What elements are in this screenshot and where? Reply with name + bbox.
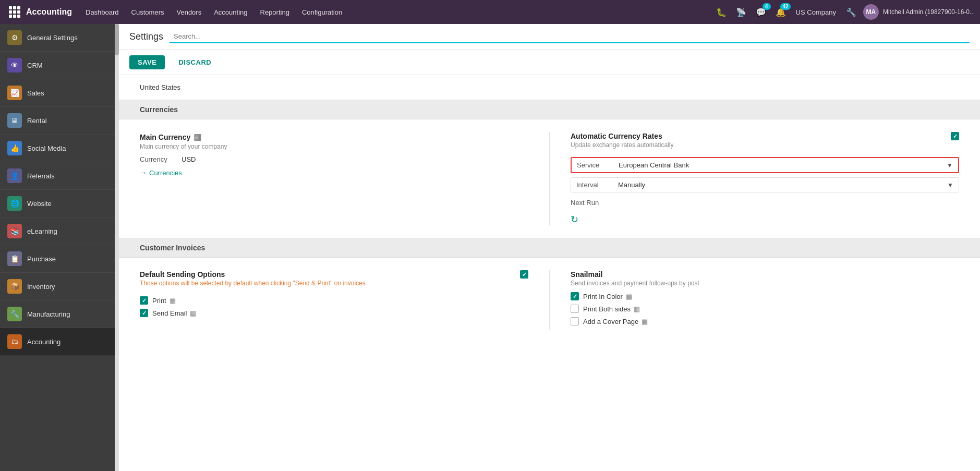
save-button[interactable]: SAVE <box>129 55 165 69</box>
sidebar-item-social-media[interactable]: 👍 Social Media <box>0 135 115 162</box>
manufacturing-icon: 🔧 <box>7 307 22 321</box>
sidebar-label-manufacturing: Manufacturing <box>27 310 70 318</box>
inventory-icon: 📦 <box>7 279 22 294</box>
sidebar-label-elearning: eLearning <box>27 227 57 235</box>
service-dropdown-row[interactable]: Service European Central Bank ▼ <box>571 157 959 173</box>
chat-badge: 4 <box>763 3 771 10</box>
notification-badge: 42 <box>780 3 790 10</box>
sidebar-label-referrals: Referrals <box>27 172 55 180</box>
sidebar-label-general-settings: General Settings <box>27 34 78 42</box>
print-icon: ▦ <box>170 297 176 305</box>
currencies-link[interactable]: → Currencies <box>140 168 528 177</box>
interval-value: Manually <box>618 181 645 189</box>
bug-icon[interactable]: 🐛 <box>713 4 729 20</box>
send-email-label: Send Email ▦ <box>152 309 196 317</box>
print-both-sides-label: Print Both sides ▦ <box>583 305 640 313</box>
currency-value: USD <box>182 155 196 163</box>
add-cover-check-row: Add a Cover Page ▦ <box>571 317 959 325</box>
user-name[interactable]: Mitchell Admin (19827900-16-0... <box>883 8 975 16</box>
add-cover-icon: ▦ <box>642 318 648 325</box>
sidebar-item-accounting[interactable]: 🗂 Accounting <box>0 328 115 356</box>
discard-button[interactable]: DISCARD <box>170 55 220 69</box>
accounting-icon: 🗂 <box>7 334 22 349</box>
auto-rates-desc: Update exchange rates automatically <box>571 141 673 149</box>
service-dropdown[interactable]: European Central Bank ▼ <box>619 161 953 169</box>
currency-label: Currency <box>140 155 176 163</box>
sidebar-item-general-settings[interactable]: ⚙ General Settings <box>0 24 115 52</box>
default-sending-desc: Those options will be selected by defaul… <box>140 280 366 287</box>
website-icon: 🌐 <box>7 196 22 211</box>
sidebar-scrollbar[interactable] <box>115 24 119 471</box>
print-color-checkbox[interactable]: ✓ <box>571 292 579 300</box>
sidebar-item-inventory[interactable]: 📦 Inventory <box>0 273 115 300</box>
sidebar-item-manufacturing[interactable]: 🔧 Manufacturing <box>0 300 115 328</box>
nav-vendors[interactable]: Vendors <box>171 4 207 20</box>
sidebar-item-sales[interactable]: 📈 Sales <box>0 79 115 107</box>
nav-reporting[interactable]: Reporting <box>255 4 295 20</box>
sidebar-item-crm[interactable]: 👁 CRM <box>0 52 115 79</box>
sidebar-scroll-thumb <box>115 24 119 55</box>
print-both-sides-check-row: Print Both sides ▦ <box>571 305 959 313</box>
print-color-icon: ▦ <box>626 293 632 300</box>
default-sending-title: Default Sending Options <box>140 270 366 279</box>
main-layout: ⚙ General Settings 👁 CRM 📈 Sales 🖥 Renta… <box>0 24 980 471</box>
next-run-label: Next Run <box>571 199 599 207</box>
sidebar-label-social-media: Social Media <box>27 144 66 152</box>
main-currency-title: Main Currency ▦ <box>140 132 528 142</box>
nav-customers[interactable]: Customers <box>126 4 170 20</box>
navbar-right: 🐛 📡 💬 4 🔔 42 US Company 🔧 MA Mitchell Ad… <box>713 4 975 20</box>
content-area: Settings SAVE DISCARD United States Curr… <box>119 24 980 471</box>
sidebar-item-rental[interactable]: 🖥 Rental <box>0 107 115 135</box>
sidebar-item-website[interactable]: 🌐 Website <box>0 190 115 218</box>
country-row: United States <box>119 75 980 100</box>
print-color-check-row: ✓ Print In Color ▦ <box>571 292 959 300</box>
print-label: Print ▦ <box>152 297 176 305</box>
referrals-icon: 👤 <box>7 168 22 183</box>
elearning-icon: 📚 <box>7 224 22 238</box>
apps-menu-button[interactable] <box>5 3 24 21</box>
customer-invoices-body: Default Sending Options Those options wi… <box>119 258 980 342</box>
interval-dropdown-row[interactable]: Interval Manually ▼ <box>571 177 959 192</box>
vertical-divider <box>549 132 550 225</box>
main-currency-icon: ▦ <box>193 132 201 142</box>
settings-content: United States Currencies Main Currency ▦… <box>119 75 980 342</box>
default-sending-checkbox[interactable]: ✓ <box>520 270 528 279</box>
send-email-checkbox[interactable]: ✓ <box>140 309 148 317</box>
nav-accounting[interactable]: Accounting <box>209 4 252 20</box>
company-name[interactable]: US Company <box>793 8 839 16</box>
main-currency-item: Main Currency ▦ Main currency of your co… <box>140 132 528 177</box>
service-label: Service <box>577 161 619 169</box>
currencies-section-header: Currencies <box>119 100 980 119</box>
toolbar: SAVE DISCARD <box>119 50 980 75</box>
sidebar-item-referrals[interactable]: 👤 Referrals <box>0 162 115 190</box>
avatar[interactable]: MA <box>863 4 879 20</box>
print-both-sides-checkbox[interactable] <box>571 305 579 313</box>
settings-header: Settings <box>119 24 980 50</box>
refresh-icon[interactable]: ↻ <box>571 214 959 225</box>
auto-rates-title: Automatic Currency Rates <box>571 132 673 140</box>
auto-rates-checkbox[interactable]: ✓ <box>951 132 959 140</box>
network-icon[interactable]: 📡 <box>733 4 749 20</box>
print-checkbox[interactable]: ✓ <box>140 296 148 305</box>
crm-icon: 👁 <box>7 58 22 73</box>
currencies-section-body: Main Currency ▦ Main currency of your co… <box>119 119 980 238</box>
wrench-icon[interactable]: 🔧 <box>843 4 859 20</box>
currency-field: Currency USD <box>140 155 528 163</box>
chat-icon[interactable]: 💬 4 <box>753 4 769 20</box>
default-sending-col: Default Sending Options Those options wi… <box>140 270 528 330</box>
nav-configuration[interactable]: Configuration <box>297 4 347 20</box>
default-sending-header: Default Sending Options Those options wi… <box>140 270 366 292</box>
send-email-icon: ▦ <box>190 309 196 317</box>
auto-rates-col: Automatic Currency Rates Update exchange… <box>571 132 959 225</box>
add-cover-checkbox[interactable] <box>571 317 579 325</box>
service-value: European Central Bank <box>619 161 689 169</box>
print-check-row: ✓ Print ▦ <box>140 296 528 305</box>
sidebar-label-crm: CRM <box>27 62 43 69</box>
sidebar-item-elearning[interactable]: 📚 eLearning <box>0 218 115 245</box>
nav-dashboard[interactable]: Dashboard <box>80 4 124 20</box>
add-cover-label: Add a Cover Page ▦ <box>583 318 648 325</box>
notification-icon[interactable]: 🔔 42 <box>773 4 789 20</box>
search-input[interactable] <box>170 30 970 43</box>
interval-dropdown[interactable]: Manually ▼ <box>618 181 953 189</box>
sidebar-item-purchase[interactable]: 📋 Purchase <box>0 245 115 273</box>
